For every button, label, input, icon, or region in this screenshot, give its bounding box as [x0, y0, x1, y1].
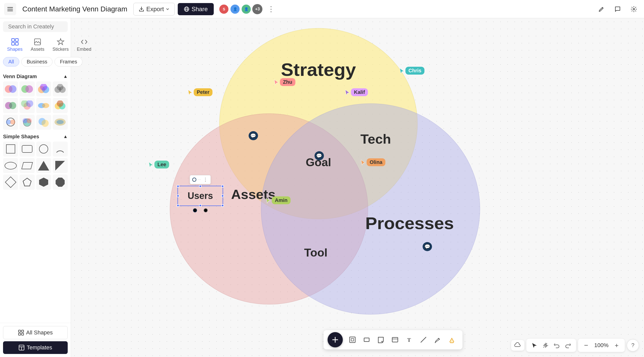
simple-shape-ellipse[interactable] [3, 158, 18, 173]
tab-stickers[interactable]: Stickers [48, 36, 73, 54]
shapes-icon [11, 38, 19, 46]
settings-icon-button[interactable] [628, 3, 640, 15]
frame-tool[interactable] [346, 333, 359, 346]
search-input[interactable] [8, 23, 78, 30]
svg-rect-12 [15, 42, 18, 45]
venn-shape-10[interactable] [20, 115, 34, 130]
all-shapes-label: All Shapes [26, 329, 53, 336]
svg-rect-1 [7, 9, 13, 9]
move-tool-button[interactable] [541, 340, 551, 350]
svg-point-44 [57, 120, 64, 124]
all-shapes-button[interactable]: All Shapes [3, 326, 68, 339]
card-tool[interactable] [388, 333, 402, 346]
svg-text:T: T [407, 337, 411, 343]
svg-point-34 [57, 100, 63, 107]
svg-rect-47 [22, 330, 24, 332]
templates-label: Templates [27, 344, 52, 351]
grid-icon [18, 330, 24, 336]
simple-section-toggle[interactable]: ▲ [63, 134, 68, 139]
template-icon [19, 345, 25, 351]
simple-shape-parallelogram[interactable] [20, 158, 34, 173]
svg-rect-73 [350, 337, 355, 343]
venn-shape-4[interactable] [53, 81, 68, 96]
rectangle-tool[interactable] [360, 333, 373, 346]
comment-icon-button[interactable] [612, 3, 624, 15]
venn-shape-6[interactable] [20, 98, 34, 113]
venn-section-header: Venn Diagram ▲ [3, 74, 68, 79]
assets-icon [34, 38, 41, 46]
venn-shape-1[interactable] [3, 81, 18, 96]
filter-all[interactable]: All [3, 57, 19, 66]
help-button[interactable]: ? [627, 339, 639, 351]
tab-assets[interactable]: Assets [27, 36, 48, 54]
avatar-overflow[interactable]: +3 [252, 4, 262, 14]
zoom-out-button[interactable]: − [581, 340, 591, 350]
svg-rect-75 [364, 338, 369, 342]
venn-shape-8[interactable] [53, 98, 68, 113]
search-bar[interactable] [3, 21, 68, 32]
tab-shapes[interactable]: Shapes [3, 36, 27, 54]
svg-rect-2 [7, 10, 13, 11]
users-element[interactable]: ··· ⋮ Users ··· [177, 186, 223, 206]
filter-business[interactable]: Business [21, 57, 52, 66]
svg-point-40 [27, 118, 32, 123]
undo-button[interactable] [552, 340, 562, 350]
svg-text:Strategy: Strategy [281, 60, 356, 80]
canvas[interactable]: Strategy Assets Tech Goal Tool Processes… [71, 18, 644, 357]
svg-point-6 [633, 8, 635, 10]
venn-shape-7[interactable] [36, 98, 51, 113]
redo-button[interactable] [563, 340, 573, 350]
export-button[interactable]: Export [133, 3, 175, 15]
svg-text:💬: 💬 [424, 244, 430, 249]
templates-button[interactable]: Templates [3, 341, 68, 354]
simple-shape-triangle[interactable] [36, 158, 51, 173]
edit-icon-button[interactable] [595, 3, 607, 15]
bottom-toolbar: T [324, 330, 462, 349]
zoom-in-button[interactable]: + [612, 340, 622, 350]
zoom-level: 100% [592, 342, 611, 349]
venn-shape-9[interactable] [3, 115, 18, 130]
document-title[interactable]: Content Marketing Venn Diagram [19, 4, 130, 15]
simple-section-label: Simple Shapes [3, 134, 39, 140]
topbar: Content Marketing Venn Diagram Export Sh… [0, 0, 644, 18]
venn-shape-11[interactable] [36, 115, 51, 130]
sidebar-tabs: Shapes Assets Stickers Embed [0, 34, 71, 55]
simple-shape-arc[interactable] [53, 142, 68, 157]
sticky-note-tool[interactable] [374, 333, 387, 346]
simple-shape-diamond[interactable] [3, 175, 18, 190]
svg-rect-74 [351, 338, 354, 341]
menu-button[interactable] [4, 3, 16, 15]
more-options-button[interactable]: ⋮ [265, 4, 277, 14]
venn-shape-2[interactable] [20, 81, 34, 96]
simple-shape-square[interactable] [3, 142, 18, 157]
tab-embed[interactable]: Embed [73, 36, 95, 54]
highlight-tool[interactable] [445, 333, 458, 346]
shapes-tab-label: Shapes [7, 47, 23, 52]
svg-rect-9 [12, 39, 14, 41]
venn-section-toggle[interactable]: ▲ [63, 74, 68, 79]
text-tool[interactable]: T [403, 333, 416, 346]
cloud-save-button[interactable] [511, 340, 524, 351]
line-tool[interactable] [417, 333, 430, 346]
simple-shape-grid [3, 142, 68, 190]
simple-shape-hexagon[interactable] [36, 175, 51, 190]
simple-shape-right-triangle[interactable] [53, 158, 68, 173]
simple-shape-circle[interactable] [36, 142, 51, 157]
add-button[interactable] [328, 332, 343, 347]
simple-shape-octagon[interactable] [53, 175, 68, 190]
embed-tab-label: Embed [77, 47, 91, 52]
collaborator-avatars: S 👤 👤 +3 [219, 4, 262, 14]
marker-tool[interactable] [431, 333, 444, 346]
svg-point-16 [9, 85, 16, 93]
svg-line-79 [421, 337, 426, 342]
venn-shape-12[interactable] [53, 115, 68, 130]
share-button[interactable]: Share [178, 3, 214, 15]
sidebar-content: Venn Diagram ▲ [0, 69, 71, 323]
venn-shape-3[interactable] [36, 81, 51, 96]
venn-shape-5[interactable] [3, 98, 18, 113]
simple-shape-rect-rounded[interactable] [20, 142, 34, 157]
filter-frames[interactable]: Frames [55, 57, 82, 66]
simple-shape-pentagon[interactable] [20, 175, 34, 190]
users-label: Users [178, 186, 223, 206]
select-tool-button[interactable] [529, 340, 540, 350]
